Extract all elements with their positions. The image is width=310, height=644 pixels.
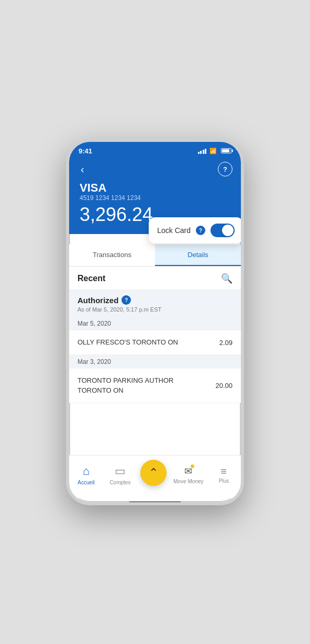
phone-frame: 9:41 📶 ‹ ? VISA 4519 1234 1234 1234 3,29… bbox=[66, 139, 244, 505]
transaction-amount-2: 20.00 bbox=[215, 382, 233, 390]
move-money-label: Move Money bbox=[173, 479, 203, 484]
bottom-nav: ⌂ Accueil ▭ Comptes ⌃ ✉ Move Money ≡ Plu… bbox=[69, 455, 241, 498]
authorized-title: Authorized bbox=[78, 296, 118, 305]
tabs: Transactions Details bbox=[69, 245, 241, 267]
move-money-icon: ✉ bbox=[184, 465, 192, 477]
recent-title: Recent bbox=[78, 274, 105, 283]
comptes-label: Comptes bbox=[109, 480, 130, 485]
toggle-knob bbox=[222, 225, 234, 236]
card-type-label: VISA bbox=[80, 182, 230, 194]
lock-card-label: Lock Card bbox=[157, 226, 191, 235]
nav-comptes[interactable]: ▭ Comptes bbox=[106, 464, 134, 485]
content-area: Recent 🔍 Authorized ? As of Mar 5, 2020,… bbox=[69, 267, 241, 455]
lock-help-icon[interactable]: ? bbox=[196, 226, 205, 235]
comptes-icon: ▭ bbox=[115, 464, 126, 478]
header-nav: ‹ ? bbox=[78, 162, 233, 176]
fab-button[interactable]: ⌃ bbox=[140, 460, 167, 486]
nav-plus[interactable]: ≡ Plus bbox=[210, 466, 237, 484]
authorized-date: As of Mar 5, 2020, 5:17 p.m EST bbox=[78, 306, 233, 313]
transaction-row: OLLY FRESCO'S TORONTO ON 2.09 bbox=[69, 330, 241, 355]
authorized-help-icon[interactable]: ? bbox=[121, 295, 131, 305]
nav-move-money[interactable]: ✉ Move Money bbox=[173, 465, 203, 484]
recent-header: Recent 🔍 bbox=[69, 267, 241, 290]
status-bar: 9:41 📶 bbox=[69, 142, 241, 158]
transaction-name-2: TORONTO PARKING AUTHORTORONTO ON bbox=[78, 376, 173, 395]
transaction-name-1: OLLY FRESCO'S TORONTO ON bbox=[78, 338, 178, 347]
plus-label: Plus bbox=[219, 478, 229, 484]
lock-card-toggle[interactable] bbox=[211, 224, 235, 237]
header: ‹ ? VISA 4519 1234 1234 1234 3,296.24 Lo… bbox=[69, 158, 241, 234]
date-label-2: Mar 3, 2020 bbox=[69, 355, 241, 369]
fab-icon: ⌃ bbox=[149, 466, 158, 480]
wifi-icon: 📶 bbox=[209, 148, 217, 154]
back-button[interactable]: ‹ bbox=[78, 162, 87, 176]
signal-bars-icon bbox=[198, 148, 207, 154]
battery-icon bbox=[221, 148, 231, 153]
help-button[interactable]: ? bbox=[218, 162, 233, 176]
status-time: 9:41 bbox=[79, 147, 92, 155]
status-icons: 📶 bbox=[198, 148, 232, 154]
plus-icon: ≡ bbox=[220, 466, 227, 476]
move-money-badge bbox=[191, 464, 194, 468]
search-button[interactable]: 🔍 bbox=[221, 273, 233, 284]
transaction-row-2: TORONTO PARKING AUTHORTORONTO ON 20.00 bbox=[69, 369, 241, 403]
tab-transactions[interactable]: Transactions bbox=[69, 245, 155, 266]
date-label-1: Mar 5, 2020 bbox=[69, 317, 241, 330]
transaction-group-2: Mar 3, 2020 TORONTO PARKING AUTHORTORONT… bbox=[69, 355, 241, 403]
transaction-group-1: Mar 5, 2020 OLLY FRESCO'S TORONTO ON 2.0… bbox=[69, 317, 241, 355]
home-label: Accueil bbox=[78, 480, 94, 485]
home-icon: ⌂ bbox=[83, 464, 90, 478]
nav-home[interactable]: ⌂ Accueil bbox=[72, 464, 99, 485]
transaction-amount-1: 2.09 bbox=[219, 339, 233, 347]
authorized-header: Authorized ? bbox=[78, 295, 233, 305]
home-indicator bbox=[129, 502, 181, 504]
tab-details[interactable]: Details bbox=[155, 245, 241, 266]
authorized-section: Authorized ? As of Mar 5, 2020, 5:17 p.m… bbox=[69, 290, 241, 317]
card-number-label: 4519 1234 1234 1234 bbox=[80, 194, 230, 202]
lock-card-popup: Lock Card ? bbox=[149, 217, 243, 243]
